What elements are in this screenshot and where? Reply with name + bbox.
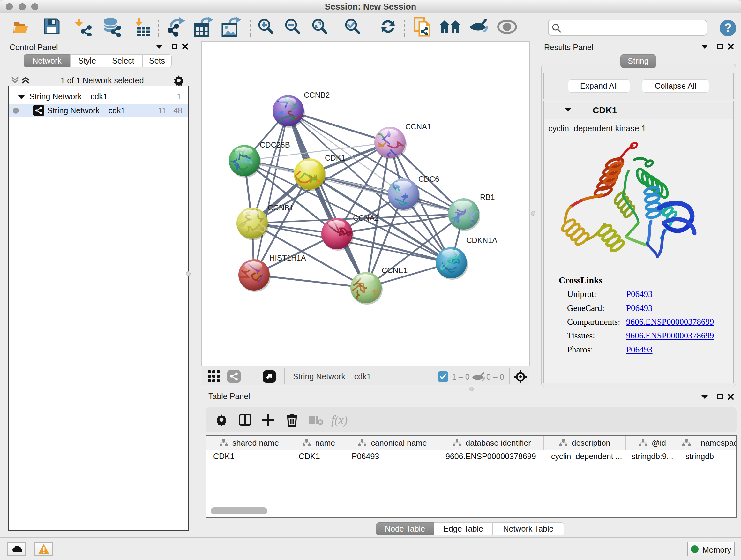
svg-text:CCNA2: CCNA2 [353, 213, 379, 222]
svg-text:CDK1: CDK1 [325, 153, 345, 162]
svg-text:CDC25B: CDC25B [260, 140, 290, 149]
svg-text:CCNE1: CCNE1 [382, 266, 408, 274]
svg-text:CCNA1: CCNA1 [405, 122, 431, 131]
svg-text:RB1: RB1 [480, 193, 495, 201]
svg-text:HIST1H1A: HIST1H1A [269, 253, 306, 262]
svg-text:CCNB1: CCNB1 [268, 203, 293, 212]
svg-text:CCNB2: CCNB2 [304, 91, 330, 99]
svg-text:CDC6: CDC6 [418, 175, 439, 183]
svg-text:CDKN1A: CDKN1A [466, 236, 497, 245]
